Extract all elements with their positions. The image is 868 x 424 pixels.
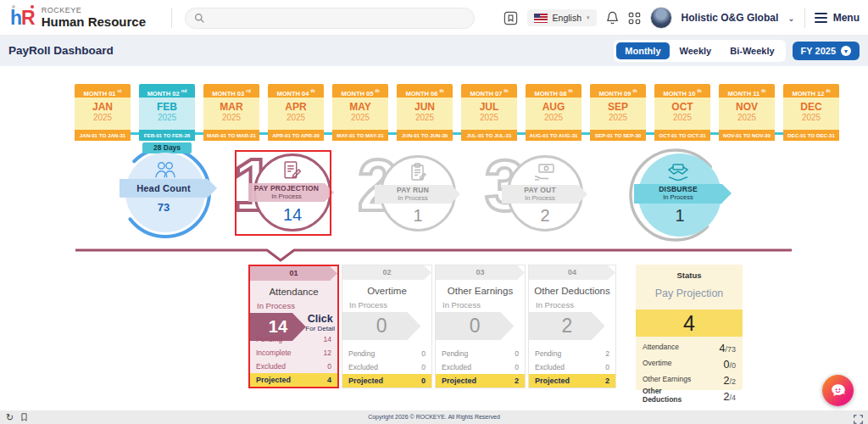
attendance-row-incomplete: Incomplete12	[250, 346, 337, 360]
top-header: hR ROCKEYE Human Resource English ▾	[0, 0, 868, 36]
people-icon	[152, 160, 179, 179]
card-attendance-number: 01	[250, 266, 337, 281]
footer-bar: Copyright 2026 © ROCKEYE. All Rights Res…	[0, 410, 868, 424]
user-avatar[interactable]	[650, 7, 672, 29]
bookmark-panel-icon[interactable]	[504, 11, 518, 25]
month-timeline: MONTH 01 stJAN2025JAN-01 TO JAN-31 MONTH…	[75, 84, 839, 141]
overtime-projected-row: Projected0	[342, 374, 431, 388]
apps-grid-icon[interactable]	[628, 12, 641, 25]
disburse-band: DISBURSE In Process	[634, 184, 722, 204]
card-overtime-title: Overtime	[342, 286, 431, 296]
stage-pay-run[interactable]: 2 PAY RUN In Process 1	[359, 153, 456, 236]
search-input[interactable]	[210, 14, 448, 24]
month-cell-jan[interactable]: MONTH 01 stJAN2025JAN-01 TO JAN-31	[75, 84, 131, 141]
status-header: Status	[636, 271, 743, 280]
month-cell-aug[interactable]: MONTH 08 thAUG2025AUG-01 TO AUG-31	[526, 84, 581, 141]
disburse-value: 1	[638, 206, 721, 226]
card-other-deductions[interactable]: 04 Other Deductions In Process 2 Pending…	[528, 265, 616, 388]
status-row-overtime: Overtime0/0	[643, 355, 736, 371]
header-divider-2	[804, 8, 805, 28]
status-panel: Status Pay Projection 4 Attendance4/73 O…	[636, 265, 743, 390]
status-row-other-earnings: Other Earnings2/2	[643, 371, 736, 388]
tab-monthly[interactable]: Monthly	[616, 42, 669, 59]
month-cell-mar[interactable]: MONTH 03 rdMAR2025MAR-01 TO MAR-31	[203, 84, 259, 141]
card-other-deductions-number: 04	[529, 265, 615, 280]
status-row-attendance: Attendance4/73	[643, 339, 736, 355]
month-cell-jun[interactable]: MONTH 06 thJUN2025JUN-01 TO JUN-30	[397, 84, 453, 141]
overtime-row-excluded: Excluded0	[342, 360, 431, 374]
footer-bookmark-icon[interactable]	[20, 412, 28, 422]
head-count-value: 73	[118, 201, 209, 214]
other-deductions-row-excluded: Excluded0	[529, 360, 615, 374]
stage-disburse[interactable]: DISBURSE In Process 1	[627, 147, 726, 243]
card-other-earnings[interactable]: 03 Other Earnings In Process 0 Pending0 …	[435, 265, 526, 388]
org-chevron-down-icon[interactable]: ⌄	[787, 14, 794, 23]
month-cell-nov[interactable]: MONTH 11 thNOV2025NOV-01 TO NOV-30	[719, 84, 775, 141]
month-cell-dec[interactable]: MONTH 12 thDEC2025DEC-01 TO DEC-31	[783, 84, 839, 141]
month-cell-jul[interactable]: MONTH 07 thJUL2025JUL-01 TO JUL-31	[461, 84, 517, 141]
attendance-projected-row: Projected4	[250, 373, 337, 387]
card-overtime-state: In Process	[342, 300, 431, 310]
card-other-deductions-value: 2	[529, 312, 605, 340]
card-other-earnings-title: Other Earnings	[436, 286, 525, 296]
tab-weekly[interactable]: Weekly	[671, 42, 721, 59]
stage-pay-projection[interactable]: 1 PAY PROJECTION In Process 14	[235, 151, 331, 236]
fullscreen-icon[interactable]	[854, 412, 863, 424]
notifications-bell-icon[interactable]	[606, 11, 619, 25]
language-selector[interactable]: English ▾	[527, 9, 597, 26]
other-deductions-projected-row: Projected2	[529, 374, 615, 388]
stage-head-count[interactable]: Head Count 73	[118, 145, 213, 240]
header-divider	[171, 8, 172, 28]
copyright-text: Copyright 2026 © ROCKEYE. All Rights Res…	[0, 410, 868, 424]
menu-label: Menu	[833, 12, 860, 24]
refresh-icon[interactable]: ↻	[6, 413, 14, 422]
stage-pay-out[interactable]: 3 PAY OUT In Process 2	[487, 153, 583, 236]
chevron-down-icon: ▾	[587, 14, 590, 21]
card-overtime[interactable]: 02 Overtime In Process 0 Pending0 Exclud…	[342, 265, 432, 388]
attendance-row-pending: Pending14	[250, 332, 337, 346]
fiscal-year-label: FY 2025	[801, 46, 836, 56]
card-attendance-title: Attendance	[250, 287, 337, 297]
fy-chevron-down-icon: ▼	[841, 46, 851, 56]
status-value: 4	[636, 310, 743, 337]
month-cell-oct[interactable]: MONTH 10 thOCT2025OCT-01 TO OCT-31	[654, 84, 710, 141]
pay-run-clipboard-icon	[408, 162, 428, 182]
other-earnings-row-pending: Pending0	[436, 347, 525, 360]
language-label: English	[553, 13, 581, 23]
card-attendance[interactable]: 01 Attendance In Process 14 Click For De…	[248, 265, 339, 388]
card-attendance-state: In Process	[250, 301, 337, 310]
period-tabs: Monthly Weekly Bi-Weekly	[614, 40, 785, 62]
other-deductions-row-pending: Pending2	[529, 347, 615, 360]
us-flag-icon	[534, 14, 548, 23]
pay-projection-band: PAY PROJECTION In Process	[248, 183, 325, 202]
search-icon	[194, 13, 205, 24]
card-other-earnings-state: In Process	[436, 300, 525, 310]
logo-letter-h: h	[10, 7, 21, 29]
card-other-earnings-number: 03	[436, 265, 525, 280]
org-selector-label[interactable]: Holistic O&G Global	[682, 12, 779, 24]
head-count-band: Head Count	[120, 179, 208, 198]
month-cell-apr[interactable]: MONTH 04 thAPR2025APR-01 TO APR-30	[268, 84, 324, 141]
stage-detail-connector-line	[0, 243, 868, 265]
page-title: PayRoll Dashboard	[8, 36, 114, 66]
tab-biweekly[interactable]: Bi-Weekly	[721, 42, 782, 59]
logo-mark-icon: hR	[10, 3, 35, 32]
card-other-deductions-title: Other Deductions	[529, 286, 615, 296]
card-other-earnings-value: 0	[436, 312, 514, 340]
month-cell-feb-active[interactable]: MONTH 02 ndFEB2025FEB-01 TO FEB-2828 Day…	[139, 84, 195, 141]
month-cell-sep[interactable]: MONTH 09 thSEP2025SEP-01 TO SEP-30	[590, 84, 646, 141]
global-search[interactable]	[185, 8, 475, 29]
month-cell-may[interactable]: MONTH 05 thMAY2025MAY-01 TO MAY-31	[332, 84, 388, 141]
fiscal-year-button[interactable]: FY 2025 ▼	[793, 42, 860, 60]
chat-support-button[interactable]	[822, 375, 854, 406]
click-for-detail-button[interactable]: Click For Detail	[305, 314, 335, 333]
brand-product: Human Resource	[42, 15, 146, 30]
menu-button[interactable]: Menu	[815, 12, 860, 24]
app-logo[interactable]: hR ROCKEYE Human Resource	[10, 3, 146, 32]
status-title: Pay Projection	[636, 287, 743, 299]
page-subheader: PayRoll Dashboard Monthly Weekly Bi-Week…	[0, 36, 868, 66]
logo-letter-r: R	[21, 7, 35, 29]
pay-out-cash-icon	[533, 162, 556, 182]
card-other-deductions-state: In Process	[529, 300, 615, 310]
pay-out-band: PAY OUT In Process	[502, 185, 578, 204]
